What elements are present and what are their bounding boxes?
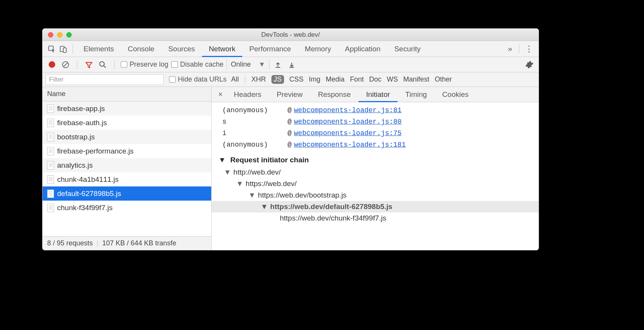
inspect-element-icon[interactable]: [46, 44, 57, 54]
stack-source-link[interactable]: webcomponents-loader.js:81: [294, 106, 402, 114]
request-row[interactable]: chunk-f34f99f7.js: [43, 201, 211, 215]
disclosure-triangle-icon[interactable]: ▼: [224, 168, 231, 176]
request-name: chunk-f34f99f7.js: [57, 204, 113, 212]
tab-console[interactable]: Console: [121, 41, 161, 57]
file-icon: [47, 204, 54, 212]
filter-chip-img[interactable]: Img: [309, 75, 320, 83]
stack-source-link[interactable]: webcomponents-loader.js:80: [294, 118, 402, 126]
filter-type-chips: All|XHRJSCSSImgMediaFontDocWSManifestOth…: [231, 75, 452, 84]
filter-chip-media[interactable]: Media: [326, 75, 345, 83]
devtools-window: DevTools - web.dev/ ElementsConsoleSourc…: [42, 28, 539, 250]
request-row[interactable]: firebase-performance.js: [43, 144, 211, 158]
detail-tab-timing[interactable]: Timing: [398, 87, 434, 102]
disclosure-triangle-icon[interactable]: ▼: [248, 191, 256, 199]
titlebar: DevTools - web.dev/: [43, 29, 539, 41]
network-toolbar: Preserve log Disable cache Online ▼: [43, 57, 539, 72]
request-list-header[interactable]: Name: [43, 87, 211, 101]
search-icon[interactable]: [97, 59, 108, 70]
throttling-select[interactable]: Online ▼: [227, 59, 269, 70]
filter-chip-css[interactable]: CSS: [289, 75, 304, 83]
tab-elements[interactable]: Elements: [77, 41, 121, 57]
close-details-icon[interactable]: ×: [215, 90, 226, 99]
divider: [77, 60, 77, 69]
filter-chip-js[interactable]: JS: [271, 75, 284, 84]
clear-icon[interactable]: [60, 59, 71, 70]
filter-chip-xhr[interactable]: XHR: [251, 75, 266, 83]
detail-tab-cookies[interactable]: Cookies: [435, 87, 476, 102]
disclosure-triangle-icon[interactable]: ▼: [236, 180, 243, 188]
svg-line-6: [104, 66, 106, 68]
filter-placeholder: Filter: [49, 76, 64, 83]
preserve-log-checkbox[interactable]: Preserve log: [121, 60, 168, 69]
disable-cache-checkbox[interactable]: Disable cache: [171, 60, 223, 69]
request-row[interactable]: chunk-4a1b4111.js: [43, 172, 211, 186]
detail-pane: × HeadersPreviewResponseInitiatorTimingC…: [212, 87, 539, 250]
detail-tab-preview[interactable]: Preview: [269, 87, 310, 102]
file-icon: [47, 175, 54, 184]
filter-bar: Filter Hide data URLs All|XHRJSCSSImgMed…: [43, 72, 539, 87]
tabs-overflow-icon[interactable]: »: [508, 44, 512, 53]
tab-application[interactable]: Application: [338, 41, 388, 57]
request-row[interactable]: analytics.js: [43, 158, 211, 172]
request-name: analytics.js: [57, 161, 93, 170]
device-toolbar-icon[interactable]: [58, 44, 69, 54]
svg-line-4: [64, 62, 68, 67]
file-icon: [47, 161, 54, 170]
detail-tab-initiator[interactable]: Initiator: [358, 87, 398, 102]
detail-tab-response[interactable]: Response: [310, 87, 358, 102]
request-name: bootstrap.js: [57, 133, 95, 141]
stack-frame: (anonymous)@webcomponents-loader.js:181: [212, 139, 539, 150]
stack-frame: i@webcomponents-loader.js:75: [212, 127, 539, 139]
filter-chip-doc[interactable]: Doc: [369, 75, 381, 83]
filter-chip-all[interactable]: All: [231, 75, 239, 83]
stack-frame: s@webcomponents-loader.js:80: [212, 116, 539, 127]
request-name: chunk-4a1b4111.js: [57, 175, 119, 184]
divider: [519, 44, 519, 54]
filter-chip-font[interactable]: Font: [350, 75, 364, 83]
settings-kebab-icon[interactable]: ⋮: [523, 44, 535, 54]
request-count: 8 / 95 requests: [47, 239, 93, 247]
detail-tab-headers[interactable]: Headers: [226, 87, 269, 102]
filter-chip-ws[interactable]: WS: [387, 75, 398, 83]
request-row[interactable]: firebase-app.js: [43, 101, 211, 116]
chain-row[interactable]: ▼https://web.dev/: [212, 178, 539, 190]
request-row[interactable]: default-627898b5.js: [43, 186, 211, 201]
disclosure-triangle-icon[interactable]: ▼: [219, 156, 226, 164]
filter-input[interactable]: Filter: [46, 74, 164, 85]
chain-row[interactable]: ▼http://web.dev/: [212, 167, 539, 178]
tab-security[interactable]: Security: [388, 41, 428, 57]
upload-har-icon[interactable]: [273, 59, 283, 70]
gear-icon[interactable]: [524, 59, 535, 70]
request-list-pane: Name firebase-app.jsfirebase-auth.jsboot…: [43, 87, 212, 250]
chain-row[interactable]: ▼https://web.dev/default-627898b5.js: [212, 201, 539, 212]
file-icon: [47, 105, 54, 113]
at-symbol: @: [288, 118, 292, 126]
filter-chip-other[interactable]: Other: [435, 75, 452, 83]
chain-url: https://web.dev/: [246, 180, 297, 188]
request-row[interactable]: firebase-auth.js: [43, 116, 211, 130]
chain-row[interactable]: ▼https://web.dev/bootstrap.js: [212, 190, 539, 201]
disclosure-triangle-icon[interactable]: ▼: [261, 203, 268, 211]
download-har-icon[interactable]: [286, 59, 297, 70]
tab-memory[interactable]: Memory: [298, 41, 338, 57]
stack-source-link[interactable]: webcomponents-loader.js:181: [294, 141, 406, 149]
request-row[interactable]: bootstrap.js: [43, 130, 211, 144]
record-icon[interactable]: [46, 59, 57, 70]
filter-chip-manifest[interactable]: Manifest: [403, 75, 429, 83]
window-title: DevTools - web.dev/: [43, 31, 539, 39]
at-symbol: @: [288, 106, 292, 114]
request-list: firebase-app.jsfirebase-auth.jsbootstrap…: [43, 101, 211, 236]
chain-url: http://web.dev/: [233, 168, 281, 176]
initiator-chain: ▼http://web.dev/▼https://web.dev/▼https:…: [212, 167, 539, 224]
tab-sources[interactable]: Sources: [161, 41, 202, 57]
chain-row[interactable]: https://web.dev/chunk-f34f99f7.js: [212, 212, 539, 224]
stack-source-link[interactable]: webcomponents-loader.js:75: [294, 129, 402, 137]
hide-data-urls-checkbox[interactable]: Hide data URLs: [169, 75, 227, 83]
name-column-header: Name: [47, 90, 66, 98]
initiator-chain-header: ▼ Request initiator chain: [219, 156, 539, 164]
tab-network[interactable]: Network: [202, 41, 243, 57]
divider: [114, 60, 115, 69]
file-icon: [47, 133, 54, 141]
filter-icon[interactable]: [84, 59, 94, 70]
tab-performance[interactable]: Performance: [242, 41, 298, 57]
